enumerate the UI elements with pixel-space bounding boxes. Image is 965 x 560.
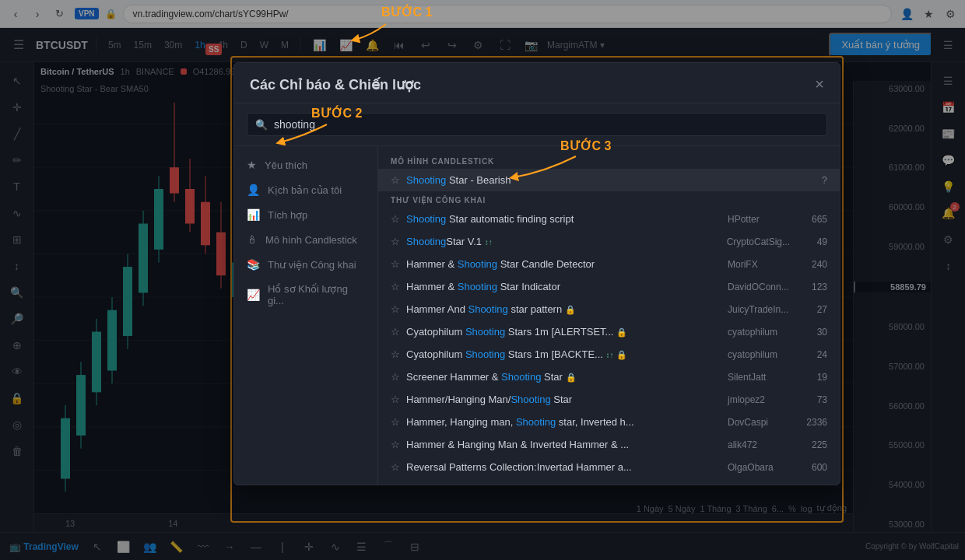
- public-library-icon: 📚: [247, 258, 260, 271]
- result-name-11: Hammer & Hanging Man & Inverted Hammer &…: [406, 439, 721, 450]
- nav-my-scripts[interactable]: 👤 Kịch bản của tôi: [234, 177, 377, 202]
- result-hammer-hanging-inverted[interactable]: ☆ Hammer & Hanging Man & Inverted Hammer…: [378, 433, 840, 456]
- result-name-2: ShootingStar V.1 ↕↑: [406, 236, 721, 247]
- result-author-11: alik472: [728, 439, 790, 450]
- section-candlestick: MÔ HÌNH CANDLESTICK: [378, 152, 840, 169]
- nav-public-library-label: Thư viện Công khai: [268, 259, 356, 271]
- modal-body: ★ Yêu thích 👤 Kịch bản của tôi 📊 Tích hợ…: [234, 146, 840, 485]
- search-icon: 🔍: [255, 119, 268, 131]
- result-hammer-indicator[interactable]: ☆ Hammer & Shooting Star Indicator David…: [378, 275, 840, 298]
- result-hammer-candle-detector[interactable]: ☆ Hammer & Shooting Star Candle Detector…: [378, 253, 840, 275]
- modal-nav: ★ Yêu thích 👤 Kịch bản của tôi 📊 Tích hợ…: [234, 146, 378, 485]
- result-count-3: 240: [796, 259, 827, 270]
- fav-icon-11[interactable]: ☆: [391, 439, 400, 450]
- result-author-6: cyatophilum: [728, 327, 790, 338]
- fav-icon-9[interactable]: ☆: [391, 394, 400, 405]
- modal-header: Các Chỉ báo & Chiến lược ×: [234, 63, 840, 103]
- result-hammer-hanging-man[interactable]: ☆ Hammer, Hanging man, Shooting star, In…: [378, 411, 840, 433]
- nav-integrations-label: Tích hợp: [268, 209, 307, 221]
- nav-favorites-label: Yêu thích: [265, 159, 307, 171]
- fav-icon-12[interactable]: ☆: [391, 461, 400, 473]
- result-name-3: Hammer & Shooting Star Candle Detector: [406, 258, 721, 270]
- fav-icon-1[interactable]: ☆: [391, 213, 400, 225]
- result-cyatophilum-backte[interactable]: ☆ Cyatophilum Shooting Stars 1m [BACKTE.…: [378, 343, 840, 366]
- favorite-star-icon[interactable]: ☆: [391, 174, 400, 186]
- result-count-10: 2336: [796, 417, 827, 428]
- result-name-7: Cyatophilum Shooting Stars 1m [BACKTE...…: [406, 348, 721, 360]
- result-shooting-star-bearish[interactable]: ☆ Shooting Star - Bearish ?: [378, 169, 840, 191]
- result-name-8: Screener Hammer & Shooting Star 🔒: [406, 371, 721, 383]
- result-name-4: Hammer & Shooting Star Indicator: [406, 281, 721, 292]
- result-author-3: MoriFX: [728, 259, 790, 270]
- result-author-7: cyatophilum: [728, 349, 790, 360]
- result-author-9: jmlopez2: [728, 394, 790, 405]
- modal-close-button[interactable]: ×: [815, 75, 824, 93]
- result-count-11: 225: [796, 439, 827, 450]
- result-screener-hammer[interactable]: ☆ Screener Hammer & Shooting Star 🔒 Sile…: [378, 366, 840, 388]
- result-count-4: 123: [796, 282, 827, 292]
- result-reversal-patterns[interactable]: ☆ Reversal Patterns Collection:Invertad …: [378, 456, 840, 478]
- section-public-library: THƯ VIỆN CÔNG KHAI: [378, 191, 840, 208]
- result-count-12: 600: [796, 462, 827, 473]
- nav-integrations[interactable]: 📊 Tích hợp: [234, 202, 377, 227]
- nav-volume-profile-label: Hồ sơ Khối lượng gi...: [268, 283, 365, 306]
- fav-icon-10[interactable]: ☆: [391, 416, 400, 428]
- fav-icon-2[interactable]: ☆: [391, 236, 400, 247]
- result-count-1: 665: [796, 214, 827, 225]
- nav-favorites[interactable]: ★ Yêu thích: [234, 152, 377, 177]
- volume-profile-icon: 📈: [247, 289, 260, 301]
- modal-search-area: 🔍: [234, 103, 840, 146]
- result-hammer-hanging[interactable]: ☆ Hammer/Hanging Man/Shooting Star jmlop…: [378, 388, 840, 411]
- search-input-wrap: 🔍: [247, 113, 827, 136]
- nav-volume-profile[interactable]: 📈 Hồ sơ Khối lượng gi...: [234, 277, 377, 313]
- fav-icon-3[interactable]: ☆: [391, 258, 400, 270]
- modal-results: MÔ HÌNH CANDLESTICK ☆ Shooting Star - Be…: [378, 146, 840, 485]
- result-author-4: DavidOConn...: [728, 282, 790, 292]
- result-shooting-auto[interactable]: ☆ Shooting Star automatic finding script…: [378, 208, 840, 230]
- result-count-8: 19: [796, 372, 827, 383]
- my-scripts-icon: 👤: [247, 184, 260, 196]
- fav-icon-7[interactable]: ☆: [391, 348, 400, 360]
- result-name-12: Reversal Patterns Collection:Invertad Ha…: [406, 461, 721, 473]
- result-count-7: 24: [796, 349, 827, 360]
- result-cyatophilum-alertset[interactable]: ☆ Cyatophilum Shooting Stars 1m [ALERTSE…: [378, 320, 840, 343]
- result-author-10: DovCaspi: [728, 417, 790, 428]
- result-count-5: 27: [796, 304, 827, 315]
- result-name-1: Shooting Star automatic finding script: [406, 213, 721, 225]
- fav-icon-8[interactable]: ☆: [391, 371, 400, 383]
- favorites-icon: ★: [247, 159, 257, 171]
- result-author-2: CryptoCatSig...: [727, 236, 790, 247]
- result-author-8: SilentJatt: [728, 372, 790, 383]
- integrations-icon: 📊: [247, 208, 260, 221]
- result-count-6: 30: [796, 327, 827, 338]
- result-author-1: HPotter: [728, 214, 790, 225]
- nav-candlestick[interactable]: 🕯 Mô hình Candlestick: [234, 227, 377, 252]
- result-name-9: Hammer/Hanging Man/Shooting Star: [406, 394, 721, 405]
- result-author-12: OlgaObara: [728, 462, 790, 473]
- help-icon[interactable]: ?: [822, 174, 827, 186]
- modal-title: Các Chỉ báo & Chiến lược: [250, 76, 421, 93]
- nav-public-library[interactable]: 📚 Thư viện Công khai: [234, 252, 377, 277]
- search-input[interactable]: [274, 118, 819, 131]
- result-name-5: Hammer And Shooting star pattern 🔒: [406, 303, 721, 315]
- nav-my-scripts-label: Kịch bản của tôi: [268, 184, 342, 196]
- result-name-10: Hammer, Hanging man, Shooting star, Inve…: [406, 416, 721, 428]
- result-count-2: 49: [796, 236, 827, 247]
- candlestick-icon: 🕯: [247, 233, 258, 246]
- fav-icon-4[interactable]: ☆: [391, 281, 400, 292]
- fav-icon-5[interactable]: ☆: [391, 303, 400, 315]
- result-name-6: Cyatophilum Shooting Stars 1m [ALERTSET.…: [406, 326, 721, 338]
- fav-icon-6[interactable]: ☆: [391, 326, 400, 338]
- indicator-modal: Các Chỉ báo & Chiến lược × 🔍 ★ Yêu thích…: [233, 62, 840, 485]
- result-author-5: JuicyTradeIn...: [728, 304, 790, 315]
- result-hammer-and-pattern[interactable]: ☆ Hammer And Shooting star pattern 🔒 Jui…: [378, 298, 840, 320]
- result-shooting-star-v1[interactable]: ☆ ShootingStar V.1 ↕↑ CryptoCatSig... 49: [378, 230, 840, 253]
- result-name-shooting-star: Shooting Star - Bearish: [406, 174, 816, 186]
- nav-candlestick-label: Mô hình Candlestick: [265, 234, 357, 246]
- result-count-9: 73: [796, 394, 827, 405]
